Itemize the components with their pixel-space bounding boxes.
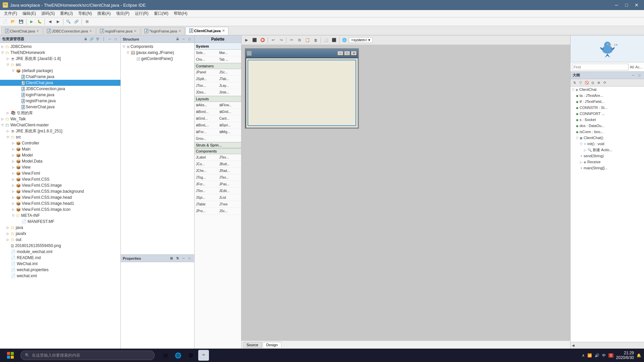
outline-fields-icon[interactable]: ◎ [590,80,595,85]
tree-viewhead[interactable]: ▷ 📦 View.Fxml.CSS.Image.head [0,194,120,200]
outline-init[interactable]: ▽ ⚬ init() : void [571,141,644,147]
maximize-button[interactable]: □ [622,1,631,9]
palette-boxl[interactable]: ⊞BoxL... [195,122,218,129]
palette-layouts-header[interactable]: Layouts [195,96,241,102]
outline-search-input[interactable] [572,64,629,70]
palette-grid[interactable]: ⊞Grid... [218,109,241,115]
tree-default-pkg[interactable]: ▽ 📦 (default package) [0,68,120,74]
tree-viewfxmlcss[interactable]: ▷ 📦 View.Fxml.CSS [0,176,120,182]
tree-jre[interactable]: ▷ ☕ JRE 系统库 [JavaSE-1.8] [0,56,120,62]
toolbar-debug[interactable]: 🐛 [36,18,43,25]
tab-login[interactable]: J *loginFrame.java ✕ [141,27,185,35]
tree-module-xml[interactable]: ▷ 📄 module_wechat.xml [0,249,120,255]
outline-send[interactable]: ⚬ send(String) [571,153,644,159]
design-tb-copy[interactable]: ⧉ [296,37,303,44]
tree-png[interactable]: ▷ 🖼 20180126135559450.png [0,243,120,249]
design-tb-redo[interactable]: ↪ [277,37,285,44]
palette-containers-header[interactable]: Containers [195,63,241,69]
palette-for[interactable]: ⊞For... [195,129,218,135]
struct-components[interactable]: ▽ ⊞ Components [121,44,194,50]
outline-receive[interactable]: ▷ ◈ Receive [571,159,644,165]
tree-manifest[interactable]: ▷ 📄 MANIFEST.MF [0,219,120,225]
menu-icon[interactable]: ⋮ [101,37,106,42]
tree-wechat[interactable]: ▽ 🗀 WeChatClient-master [0,122,120,128]
outline-minimize-icon[interactable]: ─ [631,73,636,78]
menu-run[interactable]: 运行(R) [132,10,151,17]
outline-methods-icon[interactable]: ⊕ [596,80,601,85]
taskbar-chrome[interactable]: 🌐 [173,350,183,361]
palette-jsplit[interactable]: JSplit... [195,76,218,82]
tab-close-3[interactable]: ✕ [134,29,137,33]
properties-minimize-icon[interactable]: ─ [181,256,186,261]
palette-jscr[interactable]: JSc... [218,69,241,76]
properties-filter-icon[interactable]: ⊞ [169,256,174,261]
close-button[interactable]: ✕ [632,1,641,9]
tree-iml[interactable]: ▷ 📄 WeChat.iml [0,261,120,267]
taskbar-settings[interactable]: ⚙ [185,350,196,361]
tree-model-data[interactable]: ▷ 📦 Model.Data [0,158,120,164]
swing-frame[interactable]: ─ □ ✕ [245,48,359,129]
palette-tab[interactable]: Tab ... [218,56,241,63]
outline-ta[interactable]: ◆ ta : JTextAre... [571,93,644,99]
palette-jtex3[interactable]: JTex... [195,188,218,194]
palette-spri[interactable]: ⊞Spri... [218,122,241,129]
swing-minimize-btn[interactable]: ─ [337,51,343,56]
tree-chatframe[interactable]: ▷ J ChatFrame.java [0,74,120,80]
palette-jpas[interactable]: JPas... [218,181,241,188]
outline-sort-icon[interactable]: ⇅ [572,80,577,85]
system-dropdown[interactable]: <system> ▾ [349,37,373,43]
design-tb-cut[interactable]: ✂ [288,37,295,44]
tree-src[interactable]: ▽ 🗀 src [0,62,120,68]
palette-select[interactable]: Sele... [195,50,218,56]
palette-jtex2[interactable]: JTex... [218,174,241,181]
taskbar-taskview[interactable]: ⊟ [160,350,171,361]
tab-clientchat-1[interactable]: J ClientChat.java ✕ [1,27,43,35]
outline-hide-icon[interactable]: 🚫 [584,80,589,85]
palette-abs[interactable]: ⊞Abs... [195,102,218,109]
tree-jdbcdemo[interactable]: ▷ 🗀 JDBCDemo [0,44,120,50]
design-tb-stop[interactable]: ⬛ [251,37,258,44]
palette-jinte[interactable]: JInte... [218,89,241,96]
palette-jrad[interactable]: JRad... [218,168,241,174]
design-tb-rec[interactable]: ⭕ [259,37,266,44]
tree-main[interactable]: ▷ 📦 Main [0,146,120,152]
palette-system-header[interactable]: System [195,43,241,50]
tree-props[interactable]: ▷ 📄 wechat.properties [0,267,120,273]
tree-controller[interactable]: ▷ 📦 Controller [0,140,120,146]
outline-isconn[interactable]: ◆ isConn : boo... [571,129,644,135]
design-tb-run[interactable]: ▶ [243,37,250,44]
toolbar-save[interactable]: 💾 [17,18,25,25]
tree-java[interactable]: ▷ 🗀 java [0,225,120,231]
tree-wechat-xml[interactable]: ▷ 📄 wechat.xml [0,273,120,279]
menu-help[interactable]: 帮助(H) [171,10,190,17]
palette-jco[interactable]: JCo... [195,161,218,168]
tab-regist[interactable]: J registFrame.java ✕ [96,27,140,35]
tab-close-2[interactable]: ✕ [89,29,92,33]
tree-jre2[interactable]: ▷ ☕ JRE 系统库 [jre1.8.0_251] [0,128,120,134]
palette-mar[interactable]: Mar... [218,50,241,56]
palette-jlabel[interactable]: JLabel [195,154,218,161]
outline-newaction[interactable]: ▷ 🔍 新建 Actio... [571,147,644,153]
tree-serverchat[interactable]: ▷ J ServerChat.java [0,104,120,110]
toolbar-run[interactable]: ▶ [28,18,35,25]
tree-regist[interactable]: ▷ J registFrame.java [0,98,120,104]
toolbar-open[interactable]: 📂 [9,18,17,25]
tree-viewbg[interactable]: ▷ 📦 View.Fxml.CSS.Image.background [0,188,120,194]
toolbar-new-perspective[interactable]: ⊞ [83,18,91,25]
outline-all-btn[interactable]: All [630,65,634,69]
menu-search[interactable]: 搜索(A) [95,10,113,17]
palette-jtog[interactable]: JTog... [195,174,218,181]
tree-wetalk[interactable]: ▷ 🗀 We_Talk [0,116,120,122]
design-tb-select[interactable]: ⬜ [322,37,330,44]
tree-viewicon[interactable]: ▷ 📦 View.Fxml.CSS.Image.Icon [0,206,120,213]
palette-components-header[interactable]: Components [195,148,241,154]
palette-jdes[interactable]: JDes... [195,89,218,96]
design-tab[interactable]: Design [263,342,281,348]
design-tb-move[interactable]: ⬛ [330,37,338,44]
menu-edit[interactable]: 编辑(E) [20,10,39,17]
tree-viewfxml[interactable]: ▷ 📦 View.Fxml [0,170,120,176]
palette-jpro[interactable]: JPro... [195,208,218,215]
tab-close-5[interactable]: ✕ [222,29,225,33]
tree-viewhead1[interactable]: ▷ 📦 View.Fxml.CSS.Image.head1 [0,200,120,206]
filter-icon[interactable]: ▽ [95,37,100,42]
